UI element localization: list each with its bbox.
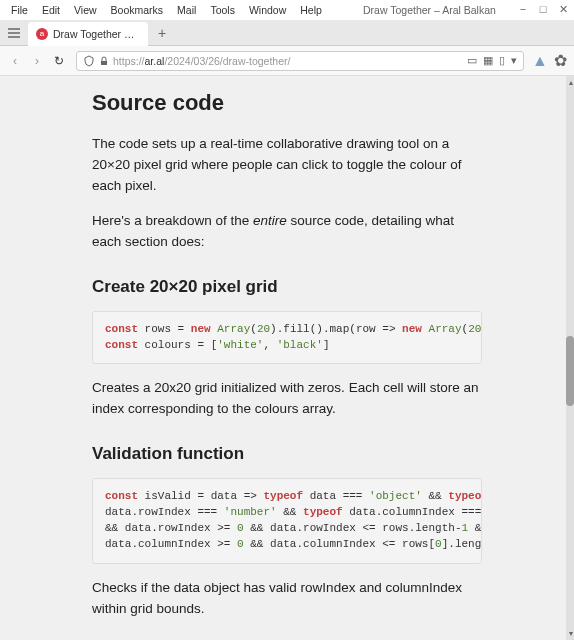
menu-window[interactable]: Window (242, 4, 293, 16)
toolbar: ‹ › ↻ https://ar.al/2024/03/26/draw-toge… (0, 46, 574, 76)
scrollbar-thumb[interactable] (566, 336, 574, 406)
scroll-up-icon[interactable]: ▴ (569, 78, 573, 87)
code-block-2: const isValid = data => typeof data === … (92, 478, 482, 564)
back-button[interactable]: ‹ (6, 52, 24, 70)
menu-bookmarks[interactable]: Bookmarks (104, 4, 171, 16)
heading-source-code: Source code (92, 90, 482, 116)
reader-mode-icon[interactable]: ▭ (467, 54, 477, 67)
maximize-icon[interactable]: □ (536, 2, 550, 16)
menu-help[interactable]: Help (293, 4, 329, 16)
lock-icon (99, 56, 109, 66)
browser-tab[interactable]: a Draw Together – Aral Balkan (28, 22, 148, 46)
new-tab-button[interactable]: + (152, 23, 172, 43)
extension-icon-2[interactable]: ✿ (552, 53, 568, 69)
extension-icon-1[interactable]: ▲ (532, 53, 548, 69)
reload-button[interactable]: ↻ (50, 52, 68, 70)
heading-create-grid: Create 20×20 pixel grid (92, 277, 482, 297)
url-text: https://ar.al/2024/03/26/draw-together/ (113, 55, 463, 67)
addressbar[interactable]: https://ar.al/2024/03/26/draw-together/ … (76, 51, 524, 71)
tab-favicon: a (36, 28, 48, 40)
sidebar-toggle-icon[interactable] (4, 23, 24, 43)
content-area: Source code The code sets up a real-time… (0, 76, 574, 640)
article: Source code The code sets up a real-time… (92, 76, 482, 640)
paragraph-intro: The code sets up a real-time collaborati… (92, 134, 482, 197)
close-icon[interactable]: ✕ (556, 2, 570, 16)
qr-icon[interactable]: ▦ (483, 54, 493, 67)
paragraph-validation-desc: Checks if the data object has valid rowI… (92, 578, 482, 620)
chevron-down-icon[interactable]: ▾ (511, 54, 517, 67)
minimize-icon[interactable]: − (516, 2, 530, 16)
shield-icon (83, 55, 95, 67)
scrollbar-track[interactable]: ▴ ▾ (566, 76, 574, 640)
svg-rect-0 (101, 61, 107, 65)
code-block-1: const rows = new Array(20).fill().map(ro… (92, 311, 482, 365)
menu-view[interactable]: View (67, 4, 104, 16)
mobile-icon[interactable]: ▯ (499, 54, 505, 67)
menu-file[interactable]: File (4, 4, 35, 16)
menubar: File Edit View Bookmarks Mail Tools Wind… (0, 0, 574, 20)
menu-tools[interactable]: Tools (203, 4, 242, 16)
paragraph-grid-desc: Creates a 20x20 grid initialized with ze… (92, 378, 482, 420)
tabbar: a Draw Together – Aral Balkan + (0, 20, 574, 46)
heading-validation: Validation function (92, 444, 482, 464)
menu-mail[interactable]: Mail (170, 4, 203, 16)
forward-button[interactable]: › (28, 52, 46, 70)
scroll-down-icon[interactable]: ▾ (569, 629, 573, 638)
menu-edit[interactable]: Edit (35, 4, 67, 16)
paragraph-breakdown: Here's a breakdown of the entire source … (92, 211, 482, 253)
tab-title: Draw Together – Aral Balkan (53, 28, 140, 40)
